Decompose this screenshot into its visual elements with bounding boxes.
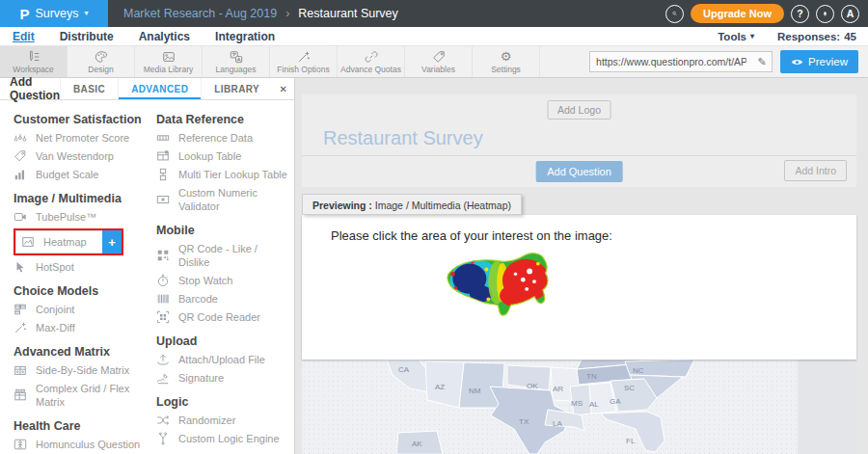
qtype-label: Randomizer bbox=[178, 414, 235, 427]
qtype-van-westendorp[interactable]: Van Westendorp bbox=[14, 149, 156, 163]
qtype-qr-like-dislike[interactable]: QR Code - Like / Dislike bbox=[156, 242, 291, 269]
responses-count: 45 bbox=[844, 31, 856, 42]
add-question-button[interactable]: Add Question bbox=[535, 161, 623, 182]
breadcrumb-parent[interactable]: Market Research - Aug 2019 bbox=[123, 7, 277, 20]
validator-icon bbox=[156, 193, 170, 206]
state-label: GA bbox=[610, 397, 621, 406]
edit-url-pencil-icon[interactable]: ✎ bbox=[752, 56, 772, 68]
qtype-qr-code-reader[interactable]: QR Code Reader bbox=[156, 310, 291, 324]
close-icon[interactable]: ✕ bbox=[272, 78, 294, 99]
qtype-custom-logic-engine[interactable]: Custom Logic Engine bbox=[156, 432, 291, 445]
us-map-region: CA AZ NM OK AR TN NC SC MS AL GA TX LA F… bbox=[302, 360, 798, 454]
qtype-signature[interactable]: Signature bbox=[156, 371, 291, 385]
tab-advanced[interactable]: ADVANCED bbox=[118, 78, 201, 99]
toolbar-advance-quotas[interactable]: Advance Quotas bbox=[338, 46, 405, 77]
help-button[interactable]: ? bbox=[791, 5, 809, 23]
qtype-net-promoter-score[interactable]: Net Promoter Score bbox=[14, 131, 156, 145]
qtype-label: Side-By-Side Matrix bbox=[36, 363, 129, 377]
conjoint-icon bbox=[14, 303, 27, 316]
toolbar-settings[interactable]: ⚙ Settings bbox=[473, 46, 540, 77]
branch-icon bbox=[156, 432, 170, 445]
qtype-heatmap[interactable]: Heatmap bbox=[15, 230, 102, 254]
qtype-side-by-side-matrix[interactable]: Side-By-Side Matrix bbox=[14, 363, 156, 377]
question-types-column-1: Customer Satisfaction Net Promoter Score… bbox=[14, 102, 156, 454]
heatmap-highlight-box: Heatmap + bbox=[14, 228, 123, 255]
notifications-button[interactable] bbox=[816, 5, 834, 23]
state-label: AK bbox=[412, 440, 422, 448]
section-heading: Mobile bbox=[156, 224, 291, 237]
add-heatmap-question-button[interactable]: + bbox=[102, 230, 122, 254]
panel-title: Add Question bbox=[0, 78, 60, 99]
search-button[interactable] bbox=[665, 5, 684, 23]
qtype-max-diff[interactable]: Max-Diff bbox=[14, 321, 156, 334]
qtype-label: Barcode bbox=[178, 292, 218, 306]
question-types-column-2: Data Reference Reference Data Lookup Tab… bbox=[156, 102, 291, 454]
section-heading: Advanced Matrix bbox=[14, 345, 156, 359]
nav-tab-integration[interactable]: Integration bbox=[203, 30, 287, 43]
gear-icon: ⚙ bbox=[501, 50, 512, 64]
qtype-stop-watch[interactable]: Stop Watch bbox=[156, 274, 291, 287]
qtype-reference-data[interactable]: Reference Data bbox=[156, 131, 291, 145]
section-heading: Upload bbox=[156, 334, 291, 348]
qtype-custom-numeric-validator[interactable]: Custom Numeric Validator bbox=[156, 186, 291, 213]
qtype-conjoint[interactable]: Conjoint bbox=[14, 303, 156, 316]
qtype-hotspot[interactable]: HotSpot bbox=[14, 260, 156, 274]
survey-header-card: Add Logo Restaurant Survey Add Question … bbox=[302, 94, 856, 187]
tab-basic[interactable]: BASIC bbox=[60, 78, 118, 99]
responses-counter[interactable]: Responses:45 bbox=[777, 31, 856, 42]
qtype-label: Attach/Upload File bbox=[178, 353, 265, 366]
toolbar-workspace[interactable]: Workspace bbox=[0, 46, 68, 77]
state-label: AL bbox=[589, 400, 599, 409]
toolbar-design[interactable]: Design bbox=[68, 46, 135, 77]
qtype-homunculus[interactable]: Homunculus Question bbox=[14, 438, 156, 451]
survey-title[interactable]: Restaurant Survey bbox=[323, 127, 483, 149]
add-intro-button[interactable]: Add Intro bbox=[784, 160, 847, 181]
toolbar-variables[interactable]: Variables bbox=[405, 46, 473, 77]
account-avatar[interactable]: A bbox=[841, 5, 859, 23]
qtype-label: Van Westendorp bbox=[36, 149, 114, 163]
qtype-attach-upload-file[interactable]: Attach/Upload File bbox=[156, 353, 291, 366]
toolbar-media-library[interactable]: Media Library bbox=[135, 46, 203, 77]
tab-library[interactable]: LIBRARY bbox=[201, 78, 272, 99]
add-logo-button[interactable]: Add Logo bbox=[547, 100, 611, 120]
qtype-label: Homunculus Question bbox=[36, 438, 140, 451]
qtype-label: HotSpot bbox=[36, 260, 74, 274]
qtype-barcode[interactable]: Barcode bbox=[156, 292, 291, 306]
surveys-product-menu[interactable]: P Surveys ▾ bbox=[0, 0, 108, 27]
add-question-panel: Add Question BASIC ADVANCED LIBRARY ✕ Cu… bbox=[0, 78, 295, 454]
price-tag-icon bbox=[14, 149, 27, 163]
previewing-tab: Previewing : Image / Multimedia (Heatmap… bbox=[302, 194, 522, 215]
breadcrumb-separator-icon: › bbox=[285, 7, 289, 20]
qtype-tubepulse[interactable]: TubePulse™ bbox=[14, 210, 156, 224]
qtype-label: TubePulse™ bbox=[36, 210, 96, 224]
state-label: TX bbox=[519, 417, 529, 426]
section-heading: Customer Satisfaction bbox=[14, 113, 156, 126]
barcode-icon bbox=[156, 292, 170, 306]
qtype-lookup-table[interactable]: Lookup Table bbox=[156, 149, 291, 163]
qtype-complex-grid[interactable]: Complex Grid / Flex Matrix bbox=[14, 382, 156, 409]
tools-menu[interactable]: Tools▾ bbox=[718, 31, 754, 42]
state-label: FL bbox=[626, 437, 636, 445]
qtype-label: Custom Numeric Validator bbox=[178, 186, 291, 213]
survey-url-input[interactable] bbox=[590, 56, 752, 67]
qtype-label: Max-Diff bbox=[36, 321, 75, 334]
divider bbox=[302, 155, 856, 156]
homunculus-icon bbox=[14, 438, 27, 451]
state-label: LA bbox=[553, 419, 562, 428]
nav-tab-edit[interactable]: Edit bbox=[0, 30, 47, 43]
nav-tab-distribute[interactable]: Distribute bbox=[47, 30, 126, 43]
qtype-randomizer[interactable]: Randomizer bbox=[156, 414, 291, 427]
section-heading: Image / Multimedia bbox=[14, 192, 156, 205]
breadcrumb: Market Research - Aug 2019 › Restaurant … bbox=[123, 7, 398, 20]
heatmap-usa-image[interactable] bbox=[443, 251, 556, 318]
upgrade-now-button[interactable]: Upgrade Now bbox=[691, 4, 784, 23]
cursor-icon bbox=[14, 260, 27, 274]
nav-tab-analytics[interactable]: Analytics bbox=[126, 30, 203, 43]
qtype-budget-scale[interactable]: Budget Scale bbox=[14, 168, 156, 181]
toolbar-languages[interactable]: Languages bbox=[203, 46, 270, 77]
preview-button[interactable]: Preview bbox=[780, 50, 858, 73]
topbar-actions: Upgrade Now ? A bbox=[665, 4, 868, 23]
toolbar-finish-options[interactable]: Finish Options bbox=[270, 46, 338, 77]
state-label: SC bbox=[624, 384, 635, 392]
qtype-multi-tier-lookup[interactable]: Multi Tier Lookup Table bbox=[156, 168, 291, 181]
